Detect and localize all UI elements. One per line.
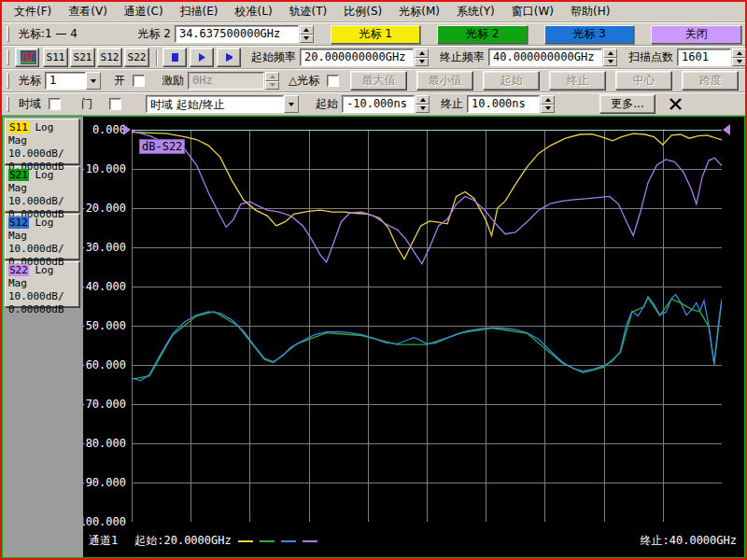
delta-marker-checkbox[interactable] <box>327 75 339 87</box>
time-stop-field: 10.000ns <box>467 95 555 113</box>
time-start-field: -10.000ns <box>342 95 430 113</box>
spin-down-icon[interactable] <box>603 58 617 67</box>
menu-bar: 文件(F) 查看(V) 通道(C) 扫描(E) 校准(L) 轨迹(T) 比例(S… <box>2 2 745 22</box>
menu-help[interactable]: 帮助(H) <box>562 2 618 21</box>
measure-setup-button[interactable] <box>15 48 39 67</box>
plot-grid-and-traces <box>132 130 722 522</box>
sweep-points-spinner[interactable] <box>732 49 746 66</box>
chevron-down-icon[interactable] <box>86 72 101 90</box>
spin-up-icon[interactable] <box>416 95 430 105</box>
marker1-button[interactable]: 光标 1 <box>331 25 421 44</box>
reference-level-marker-right[interactable] <box>723 124 730 135</box>
menu-marker[interactable]: 光标(M) <box>390 2 448 21</box>
time-start-spinner[interactable] <box>416 95 430 113</box>
spin-up-icon[interactable] <box>603 49 617 58</box>
toolbar-close-button[interactable] <box>669 97 683 111</box>
trace-id-badge: S21 <box>8 169 29 181</box>
marker-select-combo[interactable]: 1 <box>45 72 101 90</box>
trace-card-s12[interactable]: S12 Log Mag 10.000dB/ 0.00000dB <box>5 214 79 259</box>
menu-window[interactable]: 窗口(W) <box>503 2 562 21</box>
marker2-frequency-value[interactable]: 34.637500000GHz <box>175 25 299 43</box>
menu-system[interactable]: 系统(Y) <box>448 2 503 21</box>
trace-card-s22[interactable]: S22 Log Mag 10.000dB/ 0.00000dB <box>5 261 79 307</box>
menu-view[interactable]: 查看(V) <box>60 2 116 21</box>
menu-cal[interactable]: 校准(L) <box>227 2 281 21</box>
sweep-toolbar: S11 S21 S12 S22 起始频率 20.000000000GHz 终止频… <box>2 46 745 69</box>
stop-freq-spinner[interactable] <box>603 49 617 66</box>
menu-file[interactable]: 文件(F) <box>6 2 60 21</box>
marker2-frequency-spinner[interactable] <box>300 25 314 43</box>
spin-down-icon[interactable] <box>416 105 430 114</box>
toolbar-grip[interactable] <box>7 96 9 112</box>
menu-scale[interactable]: 比例(S) <box>335 2 390 21</box>
sweep-points-value[interactable]: 1601 <box>677 49 731 66</box>
y-axis-label: -10.000 <box>83 162 126 175</box>
s12-button[interactable]: S12 <box>97 48 122 67</box>
toolbar-grip[interactable] <box>7 26 9 42</box>
time-mode-combo[interactable]: 时域 起始/终止 <box>146 95 299 113</box>
spin-down-icon <box>265 81 279 91</box>
reference-level-marker-left[interactable] <box>123 124 131 135</box>
single-sweep-icon <box>198 52 205 63</box>
y-axis-label: -30.000 <box>83 241 126 254</box>
stop-freq-value[interactable]: 40.000000000GHz <box>488 49 602 66</box>
spin-up-icon[interactable] <box>732 49 746 58</box>
marker-stop-button[interactable]: 终止 <box>549 71 606 91</box>
chevron-down-icon[interactable] <box>284 95 299 113</box>
s11-button[interactable]: S11 <box>43 48 68 67</box>
marker-min-button[interactable]: 最小值 <box>416 71 473 91</box>
y-axis-label: -100.000 <box>83 515 126 528</box>
time-stop-spinner[interactable] <box>541 95 555 113</box>
marker-on-label: 开 <box>114 73 125 89</box>
stop-frequency-readout: 终止:40.0000GHz <box>641 533 737 549</box>
marker-start-button[interactable]: 起始 <box>483 71 540 91</box>
menu-trace[interactable]: 轨迹(T) <box>281 2 336 21</box>
spin-down-icon[interactable] <box>415 58 429 67</box>
legend-dash-s11 <box>238 540 253 542</box>
marker-control-toolbar: 光标 1 开 激励 0Hz △光标 最大值 最小值 起始 终止 中心 跨度 <box>2 69 745 92</box>
marker-span-button[interactable]: 跨度 <box>682 71 739 91</box>
y-axis-label: -70.000 <box>83 398 126 411</box>
marker3-button[interactable]: 光标 3 <box>544 25 635 44</box>
spin-down-icon[interactable] <box>732 58 746 67</box>
marker-close-button[interactable]: 关闭 <box>651 25 741 44</box>
sweep-single-button[interactable] <box>190 48 214 67</box>
time-stop-value[interactable]: 10.000ns <box>467 95 540 113</box>
marker-on-checkbox[interactable] <box>133 75 145 87</box>
time-start-value[interactable]: -10.000ns <box>342 95 415 113</box>
vna-application-window: 文件(F) 查看(V) 通道(C) 扫描(E) 校准(L) 轨迹(T) 比例(S… <box>0 0 747 560</box>
marker-center-button[interactable]: 中心 <box>615 71 672 91</box>
more-button[interactable]: 更多... <box>599 94 655 114</box>
spin-up-icon[interactable] <box>415 49 429 58</box>
spin-down-icon[interactable] <box>541 105 555 114</box>
s22-button[interactable]: S22 <box>124 48 149 67</box>
trace-ref: 0.00000dB <box>8 303 76 316</box>
waveform-icon <box>18 50 36 64</box>
spin-up-icon[interactable] <box>300 25 314 35</box>
stop-freq-label: 终止频率 <box>440 49 485 65</box>
chart-area: 0.000-10.000-20.000-30.000-40.000-50.000… <box>83 117 744 557</box>
marker-select-value: 1 <box>45 72 86 90</box>
menu-channel[interactable]: 通道(C) <box>116 2 172 21</box>
marker-range-label: 光标:1 — 4 <box>19 26 119 42</box>
spin-up-icon[interactable] <box>541 95 555 105</box>
toolbar-grip[interactable] <box>7 49 9 65</box>
menu-sweep[interactable]: 扫描(E) <box>172 2 227 21</box>
start-freq-value[interactable]: 20.000000000GHz <box>300 49 414 66</box>
gate-checkbox[interactable] <box>109 98 121 110</box>
spin-down-icon[interactable] <box>300 35 314 44</box>
sweep-hold-button[interactable] <box>162 48 187 67</box>
marker2-button[interactable]: 光标 2 <box>437 25 528 44</box>
y-axis-label: 0.000 <box>92 123 126 136</box>
s21-button[interactable]: S21 <box>70 48 95 67</box>
toolbar-grip[interactable] <box>7 73 9 89</box>
stimulus-field: 0Hz <box>188 72 279 90</box>
marker-max-button[interactable]: 最大值 <box>350 71 407 91</box>
time-domain-checkbox[interactable] <box>49 98 61 110</box>
start-freq-spinner[interactable] <box>415 49 429 66</box>
y-axis-label: -80.000 <box>83 437 126 450</box>
stimulus-label: 激励 <box>162 73 184 89</box>
trace-card-s11[interactable]: S11 Log Mag 10.000dB/ 0.00000dB <box>5 119 79 164</box>
sweep-continuous-button[interactable] <box>217 48 241 67</box>
trace-card-s21[interactable]: S21 Log Mag 10.000dB/ 0.00000dB <box>5 166 79 212</box>
